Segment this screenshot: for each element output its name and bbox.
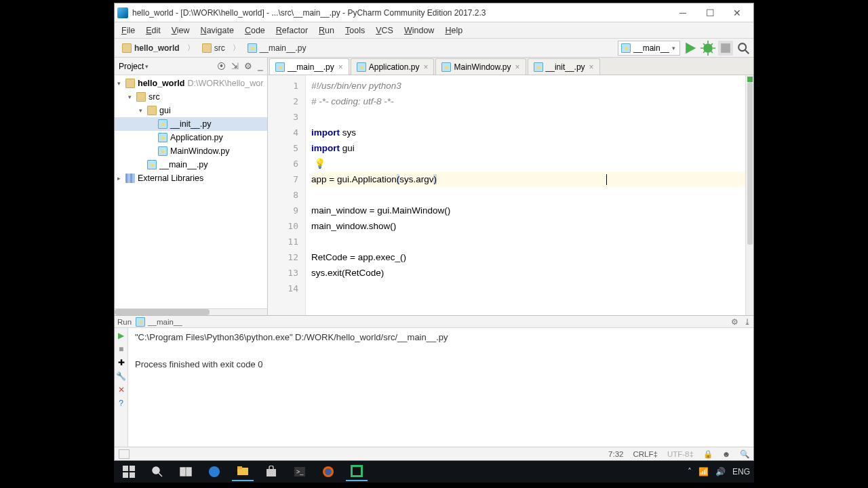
breadcrumb-src[interactable]: src <box>197 41 230 55</box>
project-panel-header[interactable]: Project ▾ ⦿ ⇲ ⚙ ⎯ <box>115 58 267 75</box>
code-line-6[interactable]: 💡 <box>311 156 753 171</box>
stop-button[interactable] <box>718 41 733 56</box>
terminal-icon[interactable]: >_ <box>289 462 311 481</box>
code-line-4[interactable]: import sys <box>311 125 753 140</box>
menu-vcs[interactable]: VCS <box>370 24 399 37</box>
code-line-10[interactable]: main_window.show() <box>311 218 753 234</box>
code-line-3[interactable] <box>311 109 753 125</box>
tree-item-src[interactable]: ▾src <box>115 90 267 104</box>
search-everywhere-button[interactable] <box>736 41 751 56</box>
editor-scrollbar[interactable] <box>745 75 753 315</box>
help-button[interactable]: ? <box>117 399 126 408</box>
rerun-button[interactable]: ▶ <box>117 331 126 340</box>
tray-chevron-icon[interactable]: ˄ <box>688 467 692 476</box>
menu-window[interactable]: Window <box>399 24 439 37</box>
code-line-13[interactable]: sys.exit(RetCode) <box>311 265 753 281</box>
tab-Application.py[interactable]: Application.py× <box>351 58 435 75</box>
close-button[interactable]: ✕ <box>724 3 751 22</box>
maximize-button[interactable]: ☐ <box>696 3 724 22</box>
close-run-button[interactable]: ✕ <box>117 385 126 394</box>
breadcrumb-hello_world[interactable]: hello_world <box>117 41 184 55</box>
cortana-search-icon[interactable] <box>146 462 168 481</box>
intention-bulb-icon[interactable]: 💡 <box>314 156 326 171</box>
tree-horizontal-scrollbar[interactable] <box>115 308 267 315</box>
explorer-icon[interactable] <box>232 462 254 481</box>
hide-icon[interactable]: ⎯ <box>258 61 263 71</box>
tree-item-Application.py[interactable]: Application.py <box>115 131 267 144</box>
tree-item-__init__.py[interactable]: __init__.py <box>115 117 267 131</box>
svg-point-17 <box>325 468 332 475</box>
python-icon <box>275 62 285 72</box>
menu-run[interactable]: Run <box>313 24 340 37</box>
code-line-11[interactable] <box>311 234 753 249</box>
menu-edit[interactable]: Edit <box>140 24 166 37</box>
tree-item-__main__.py[interactable]: __main__.py <box>115 158 267 171</box>
status-left-icon[interactable] <box>119 449 130 459</box>
editor-area: __main__.py×Application.py×MainWindow.py… <box>268 58 753 315</box>
code-line-8[interactable] <box>311 187 753 203</box>
task-view-icon[interactable] <box>175 462 197 481</box>
tray-volume-icon[interactable]: 🔊 <box>715 467 726 476</box>
code-line-14[interactable] <box>311 281 753 296</box>
tree-item-gui[interactable]: ▾gui <box>115 104 267 117</box>
code-line-5[interactable]: import gui <box>311 140 753 156</box>
system-tray[interactable]: ˄ 📶 🔊 ENG <box>688 467 750 476</box>
run-tool-header[interactable]: Run __main__ ⚙ ⤓ <box>115 316 753 328</box>
code-line-2[interactable]: # -*- coding: utf-8 -*- <box>311 94 753 109</box>
code-line-12[interactable]: RetCode = app.exec_() <box>311 249 753 265</box>
close-tab-icon[interactable]: × <box>515 62 520 72</box>
chevron-down-icon: ▾ <box>672 45 675 52</box>
stop-run-button[interactable]: ■ <box>117 344 126 354</box>
code-line-9[interactable]: main_window = gui.MainWindow() <box>311 203 753 218</box>
pin-icon[interactable]: ⤓ <box>744 317 751 327</box>
tab-__init__.py[interactable]: __init__.py× <box>528 58 600 75</box>
close-tab-icon[interactable]: × <box>338 62 343 72</box>
menu-help[interactable]: Help <box>439 24 468 37</box>
gear-icon[interactable]: ⚙ <box>244 61 252 71</box>
tree-item-External Libraries[interactable]: ▸External Libraries <box>115 171 267 185</box>
start-button[interactable] <box>118 462 140 481</box>
editor[interactable]: 1234567891011121314 #!/usr/bin/env pytho… <box>268 75 753 315</box>
status-encoding[interactable]: UTF-8‡ <box>667 450 694 458</box>
close-tab-icon[interactable]: × <box>589 62 594 72</box>
run-button[interactable] <box>683 41 698 56</box>
pycharm-taskbar-icon[interactable] <box>346 462 368 481</box>
toggle-button[interactable]: ✚ <box>117 358 126 367</box>
menu-tools[interactable]: Tools <box>340 24 370 37</box>
tab-__main__.py[interactable]: __main__.py× <box>269 58 349 75</box>
search-icon[interactable]: 🔍 <box>740 449 749 459</box>
edge-icon[interactable] <box>203 462 225 481</box>
code-area[interactable]: #!/usr/bin/env python3# -*- coding: utf-… <box>306 75 753 315</box>
svg-rect-4 <box>130 466 135 471</box>
menu-view[interactable]: View <box>166 24 195 37</box>
menu-refactor[interactable]: Refactor <box>271 24 313 37</box>
tray-language[interactable]: ENG <box>732 467 750 476</box>
tree-item-hello_world[interactable]: ▾hello_worldD:\WORK\hello_wor <box>115 77 267 90</box>
run-config-selector[interactable]: __main__ ▾ <box>618 41 680 56</box>
store-icon[interactable] <box>260 462 282 481</box>
scrollbar-thumb[interactable] <box>747 82 753 245</box>
tree-item-MainWindow.py[interactable]: MainWindow.py <box>115 144 267 158</box>
collapse-icon[interactable]: ⇲ <box>231 61 239 71</box>
output-line: Process finished with exit code 0 <box>135 359 747 373</box>
minimize-button[interactable]: ─ <box>669 3 696 22</box>
tray-network-icon[interactable]: 📶 <box>698 467 709 476</box>
firefox-icon[interactable] <box>317 462 339 481</box>
project-tree[interactable]: ▾hello_worldD:\WORK\hello_wor▾src▾gui__i… <box>115 75 267 308</box>
run-output[interactable]: "C:\Program Files\Python36\python.exe" D… <box>128 328 753 447</box>
debug-button[interactable] <box>701 41 715 56</box>
menu-code[interactable]: Code <box>239 24 271 37</box>
menu-navigate[interactable]: Navigate <box>195 24 239 37</box>
inspections-icon[interactable]: ☻ <box>722 450 730 458</box>
status-eol[interactable]: CRLF‡ <box>633 450 657 458</box>
locate-icon[interactable]: ⦿ <box>217 61 226 71</box>
tab-MainWindow.py[interactable]: MainWindow.py× <box>435 58 526 75</box>
readonly-icon[interactable]: 🔒 <box>703 449 713 459</box>
menu-file[interactable]: File <box>116 24 140 37</box>
gear-icon[interactable]: ⚙ <box>731 317 738 327</box>
breadcrumb-__main__.py[interactable]: __main__.py <box>243 41 311 55</box>
wrench-icon[interactable]: 🔧 <box>117 371 126 381</box>
code-line-1[interactable]: #!/usr/bin/env python3 <box>311 78 753 94</box>
code-line-7[interactable]: app = gui.Application(sys.argv) <box>311 171 753 187</box>
close-tab-icon[interactable]: × <box>423 62 428 72</box>
